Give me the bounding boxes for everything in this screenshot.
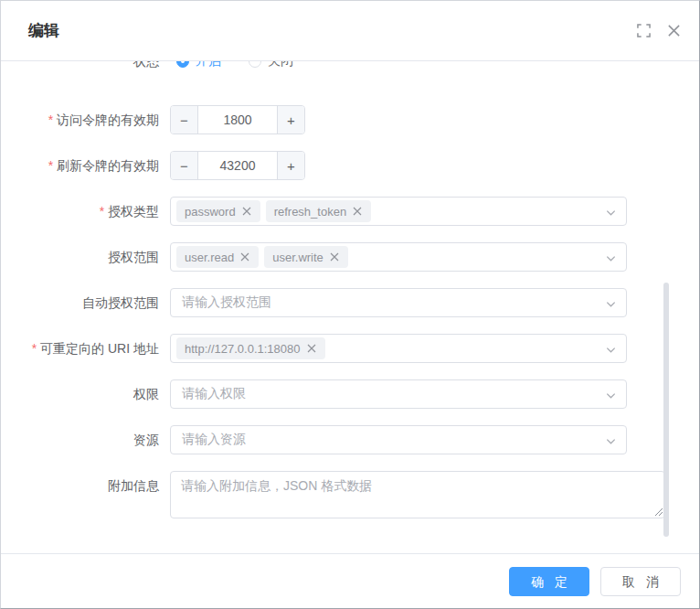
status-radio-group: 开启 关闭 [170, 61, 293, 76]
status-label: 状态 [1, 61, 170, 76]
access-token-ttl-stepper: − + [170, 105, 305, 134]
form-row-refresh-token-ttl: 刷新令牌的有效期 − + [1, 151, 699, 180]
tag-label: user.write [272, 251, 323, 264]
decrease-button[interactable]: − [171, 152, 198, 179]
tag-label: refresh_token [274, 205, 347, 219]
redirect-uris-label: 可重定向的 URI 地址 [1, 334, 170, 363]
tag-redirect-uri: http://127.0.0.1:18080 [176, 337, 325, 359]
radio-disabled[interactable]: 关闭 [249, 61, 293, 69]
refresh-token-ttl-label: 刷新令牌的有效期 [1, 151, 170, 180]
form-row-grant-types: 授权类型 password refresh_token [1, 197, 699, 226]
resize-handle-icon[interactable] [654, 508, 663, 517]
tag-password: password [176, 200, 260, 222]
tag-label: password [185, 205, 236, 219]
tag-refresh-token: refresh_token [266, 200, 372, 222]
form-row-access-token-ttl: 访问令牌的有效期 − + [1, 105, 699, 134]
form-row-resources: 资源 请输入资源 [1, 425, 699, 454]
radio-enabled-label: 开启 [196, 61, 221, 69]
tag-label: user.read [185, 251, 234, 264]
edit-dialog: 编辑 状态 开启 关闭 [0, 0, 700, 609]
auto-approve-scopes-select[interactable]: 请输入授权范围 [170, 288, 627, 317]
redirect-uris-select[interactable]: http://127.0.0.1:18080 [170, 334, 627, 363]
additional-info-wrap [170, 471, 665, 518]
select-placeholder: 请输入权限 [176, 386, 246, 402]
dialog-header-tools [637, 24, 681, 37]
grant-types-label: 授权类型 [1, 197, 170, 226]
radio-dot-off-icon [249, 61, 261, 68]
chevron-down-icon [605, 252, 617, 264]
tag-remove-icon[interactable] [352, 206, 363, 217]
grant-types-select[interactable]: password refresh_token [170, 197, 627, 226]
dialog-title: 编辑 [28, 20, 59, 41]
fullscreen-icon[interactable] [637, 24, 651, 37]
form-row-redirect-uris: 可重定向的 URI 地址 http://127.0.0.1:18080 [1, 334, 699, 363]
tag-label: http://127.0.0.1:18080 [185, 342, 301, 356]
form-row-authorities: 权限 请输入权限 [1, 379, 699, 409]
chevron-down-icon [605, 435, 617, 447]
scopes-select[interactable]: user.read user.write [170, 242, 627, 272]
increase-button[interactable]: + [277, 152, 304, 179]
dialog-body: 状态 开启 关闭 访问令牌的有效期 − + 刷新令 [1, 61, 699, 553]
authorities-select[interactable]: 请输入权限 [170, 379, 627, 409]
tag-remove-icon[interactable] [239, 251, 250, 262]
select-placeholder: 请输入授权范围 [176, 294, 271, 311]
tag-user-write: user.write [264, 246, 348, 268]
auto-approve-scopes-label: 自动授权范围 [1, 288, 170, 317]
dialog-footer: 确 定 取 消 [1, 553, 699, 608]
tag-remove-icon[interactable] [306, 343, 317, 354]
tag-remove-icon[interactable] [241, 206, 252, 217]
refresh-token-ttl-stepper: − + [170, 151, 305, 180]
tag-user-read: user.read [176, 246, 259, 268]
form-row-status: 状态 开启 关闭 [1, 61, 699, 76]
select-placeholder: 请输入资源 [176, 432, 246, 448]
radio-dot-on-icon [176, 61, 189, 68]
resources-label: 资源 [1, 425, 170, 454]
chevron-down-icon [605, 298, 617, 310]
form-row-auto-approve-scopes: 自动授权范围 请输入授权范围 [1, 288, 699, 317]
additional-info-textarea[interactable] [170, 471, 665, 518]
access-token-ttl-input[interactable] [198, 106, 277, 134]
chevron-down-icon [605, 344, 617, 356]
refresh-token-ttl-input[interactable] [198, 152, 277, 179]
radio-enabled[interactable]: 开启 [176, 61, 221, 69]
chevron-down-icon [605, 207, 617, 219]
dialog-header: 编辑 [1, 1, 699, 61]
chevron-down-icon [605, 390, 617, 401]
decrease-button[interactable]: − [171, 106, 198, 134]
increase-button[interactable]: + [277, 106, 304, 134]
vertical-scrollbar[interactable] [663, 283, 669, 537]
radio-disabled-label: 关闭 [268, 61, 293, 69]
form-row-additional-info: 附加信息 [1, 471, 699, 518]
cancel-button[interactable]: 取 消 [600, 567, 681, 596]
form-row-scopes: 授权范围 user.read user.write [1, 242, 699, 272]
additional-info-label: 附加信息 [1, 471, 170, 500]
close-icon[interactable] [667, 24, 681, 37]
tag-remove-icon[interactable] [329, 251, 340, 262]
authorities-label: 权限 [1, 379, 170, 409]
access-token-ttl-label: 访问令牌的有效期 [1, 105, 170, 134]
confirm-button[interactable]: 确 定 [509, 567, 589, 596]
resources-select[interactable]: 请输入资源 [170, 425, 627, 454]
scopes-label: 授权范围 [1, 242, 170, 272]
